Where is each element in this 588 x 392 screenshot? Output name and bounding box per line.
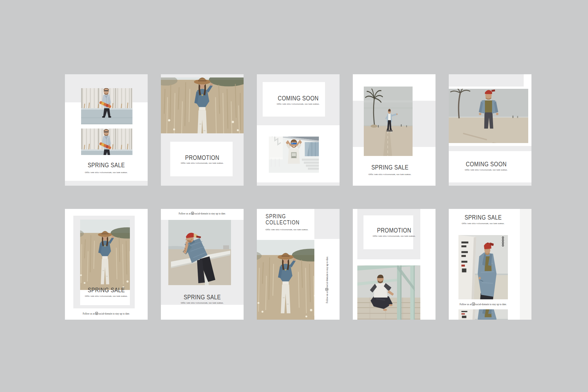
- card-subtitle: Offic tem sitia voloreserum, sus ium nam…: [257, 103, 340, 105]
- photo-woman-in-field: [161, 77, 244, 133]
- follow-suffix: social-domain to stay up to date.: [475, 303, 507, 306]
- photo-man-lifeguard-tower: [357, 265, 420, 320]
- follow-prefix: Follow us at: [179, 212, 191, 215]
- gray-footer-strip: [257, 182, 340, 186]
- template-card-promotion-1[interactable]: PROMOTION Offic tem sitia voloreserum, s…: [161, 74, 244, 186]
- photo-man-with-skateboard: [81, 88, 132, 124]
- card-subtitle: Offic tem sitia voloreserum, sus ium nam…: [353, 173, 427, 176]
- template-card-spring-sale-2[interactable]: SPRING SALE Offic tem sitia voloreserum,…: [353, 74, 436, 186]
- card-title: COMING SOON: [454, 160, 518, 168]
- card-title: SPRING SALE: [358, 164, 422, 171]
- offwhite-side-strip: [520, 209, 531, 320]
- gray-footer-strip: [449, 182, 531, 186]
- follow-suffix: social-domain to stay up to date.: [326, 256, 329, 287]
- photo-man-sunglasses: [269, 137, 319, 173]
- photo-man-red-cap-beach: [449, 89, 528, 143]
- card-subtitle: Offic tem sitia voloreserum, sus ium nam…: [449, 222, 518, 225]
- follow-suffix: social-domain to stay up to date.: [99, 312, 130, 315]
- follow-text-vertical: Follow us atsocial-domain to stay up to …: [325, 256, 329, 303]
- follow-text: Follow us atsocial-domain to stay up to …: [65, 312, 148, 315]
- card-title: PROMOTION: [167, 154, 237, 161]
- photo-woman-in-field: [257, 240, 314, 320]
- card-subtitle: Offic tem sitia voloreserum, sus ium nam…: [65, 295, 148, 297]
- card-subtitle: Offic tem sitia voloreserum, sus ium nam…: [353, 235, 436, 237]
- card-subtitle: Offic tem sitia voloreserum, sus ium nam…: [65, 171, 148, 174]
- gray-divider-strip: [449, 146, 531, 151]
- card-subtitle: Offic tem sitia voloreserum, sus ium nam…: [449, 169, 524, 171]
- card-title: SPRING COLLECTION: [266, 213, 299, 225]
- photo-woman-in-field: [80, 220, 130, 290]
- photo-man-lifeguard-sign: [458, 235, 508, 299]
- card-title: SPRING SALE: [71, 161, 142, 169]
- card-title: SPRING SALE: [71, 286, 142, 294]
- card-subtitle: Offic tem sitia voloreserum, sus ium nam…: [161, 302, 244, 304]
- photo-beach-skater: [364, 87, 413, 156]
- template-card-promotion-2[interactable]: PROMOTION Offic tem sitia voloreserum, s…: [353, 209, 436, 320]
- follow-text: Follow us atsocial-domain to stay up to …: [449, 303, 518, 306]
- template-card-spring-sale-1[interactable]: SPRING SALE Offic tem sitia voloreserum,…: [65, 74, 148, 186]
- social-icon: [95, 312, 98, 315]
- card-title: PROMOTION: [359, 227, 429, 234]
- social-icon: [191, 212, 194, 215]
- gray-footer-strip: [65, 181, 148, 186]
- template-card-spring-sale-4[interactable]: Follow us atsocial-domain to stay up to …: [161, 209, 244, 320]
- card-title: SPRING SALE: [454, 214, 512, 221]
- card-subtitle: Offic tem sitia voloreserum, sus ium nam…: [161, 162, 244, 164]
- template-card-spring-sale-5[interactable]: SPRING SALE Offic tem sitia voloreserum,…: [449, 209, 531, 320]
- card-subtitle: Offic tem sitia voloreserum, sus ium nam…: [266, 228, 309, 231]
- photo-man-with-skateboard-crop: [81, 129, 132, 155]
- social-icon: [325, 288, 328, 291]
- card-title: SPRING SALE: [167, 294, 237, 301]
- photo-man-red-cap-rail: [168, 220, 231, 285]
- follow-prefix: Follow us at: [83, 312, 95, 315]
- template-card-spring-sale-3[interactable]: SPRING SALE Offic tem sitia voloreserum,…: [65, 209, 148, 320]
- card-title-line2: COLLECTION: [266, 220, 299, 226]
- template-board: SPRING SALE Offic tem sitia voloreserum,…: [0, 0, 588, 392]
- card-title: COMING SOON: [263, 95, 333, 102]
- photo-man-lifeguard-sign-crop: [458, 309, 508, 320]
- gray-header-band: [449, 74, 524, 87]
- template-card-coming-soon-2[interactable]: COMING SOON Offic tem sitia voloreserum,…: [449, 74, 531, 186]
- follow-prefix: Follow us at: [326, 291, 329, 303]
- template-card-coming-soon-1[interactable]: COMING SOON Offic tem sitia voloreserum,…: [257, 74, 340, 186]
- social-icon: [472, 303, 475, 305]
- template-card-spring-collection[interactable]: SPRING COLLECTION Offic tem sitia volore…: [257, 209, 340, 320]
- follow-suffix: social-domain to stay up to date.: [194, 212, 226, 215]
- card-title-line1: SPRING: [266, 213, 299, 220]
- follow-prefix: Follow us at: [459, 303, 471, 306]
- gray-corner-block: [314, 209, 340, 239]
- follow-text: Follow us atsocial-domain to stay up to …: [161, 212, 244, 215]
